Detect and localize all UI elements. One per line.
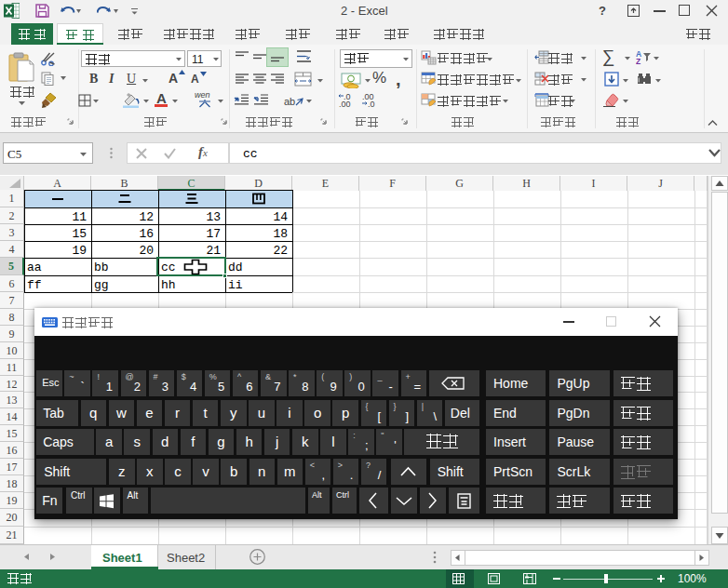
svg-text:ab: ab — [284, 96, 295, 107]
svg-text:.0: .0 — [368, 100, 375, 108]
svg-text:wen: wen — [195, 90, 210, 100]
svg-text:?: ? — [599, 5, 606, 17]
svg-text:.00: .00 — [339, 100, 351, 108]
svg-text:Z: Z — [636, 57, 640, 65]
